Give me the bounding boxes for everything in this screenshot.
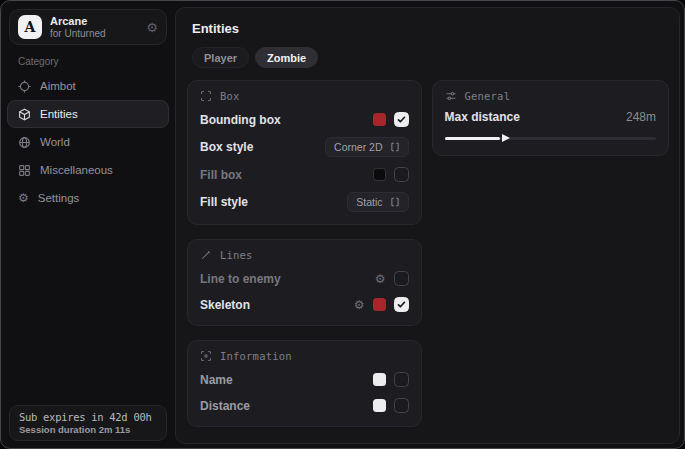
setting-row-max-distance: Max distance 248m: [445, 110, 656, 124]
row-controls: [373, 372, 409, 387]
checkbox-skeleton[interactable]: [394, 297, 409, 312]
row-controls: ⚙: [354, 297, 409, 312]
left-column: Box Bounding box Box style: [187, 80, 422, 427]
slider-fill: [445, 137, 500, 140]
information-card: Information Name Distance: [187, 340, 422, 427]
setting-row-line-to-enemy: Line to enemy ⚙: [200, 270, 409, 287]
brackets-icon: [390, 197, 400, 207]
check-icon: [397, 300, 406, 309]
brackets-icon: [390, 142, 400, 152]
setting-label: Distance: [200, 399, 250, 413]
sidebar-nav: Aimbot Entities World: [7, 72, 169, 212]
cursor-arrow-icon[interactable]: [502, 134, 510, 142]
box-style-dropdown[interactable]: Corner 2D: [325, 137, 408, 157]
checkbox-fill-box[interactable]: [394, 167, 409, 182]
scan-icon: [200, 350, 212, 362]
sidebar-item-miscellaneous[interactable]: Miscellaneous: [7, 156, 169, 184]
setting-label: Fill style: [200, 195, 248, 209]
sidebar-item-aimbot[interactable]: Aimbot: [7, 72, 169, 100]
sidebar-item-label: Entities: [40, 108, 78, 120]
tab-zombie[interactable]: Zombie: [255, 47, 318, 68]
crosshair-icon: [18, 80, 31, 93]
card-header: Lines: [200, 249, 409, 261]
sidebar-item-entities[interactable]: Entities: [7, 100, 169, 128]
card-title: General: [465, 90, 511, 102]
card-header: Information: [200, 350, 409, 362]
dropdown-value: Static: [356, 196, 382, 208]
color-swatch[interactable]: [373, 113, 386, 126]
tab-label: Zombie: [267, 52, 306, 64]
row-controls: ⚙: [375, 271, 409, 286]
brand-card: A Arcane for Unturned ⚙: [9, 9, 167, 45]
checkbox-bounding-box[interactable]: [394, 112, 409, 127]
lines-card: Lines Line to enemy ⚙ Skeleton ⚙: [187, 239, 422, 326]
max-distance-value: 248m: [626, 110, 656, 124]
subscription-status-card: Sub expires in 42d 00h Session duration …: [9, 405, 167, 441]
setting-label: Max distance: [445, 110, 520, 124]
check-icon: [397, 115, 406, 124]
color-swatch[interactable]: [373, 373, 386, 386]
card-title: Lines: [220, 249, 253, 261]
cube-icon: [18, 108, 31, 121]
setting-label: Name: [200, 373, 233, 387]
card-header: Box: [200, 90, 409, 102]
app-subtitle: for Unturned: [50, 28, 138, 40]
setting-label: Skeleton: [200, 298, 250, 312]
sidebar: A Arcane for Unturned ⚙ Category Aimbot: [1, 1, 175, 448]
grid-icon: [18, 164, 31, 177]
setting-row-bounding-box: Bounding box: [200, 111, 409, 128]
app-logo-letter: A: [25, 19, 36, 35]
sidebar-item-world[interactable]: World: [7, 128, 169, 156]
gear-icon[interactable]: ⚙: [146, 21, 158, 34]
color-swatch[interactable]: [373, 399, 386, 412]
color-swatch[interactable]: [373, 298, 386, 311]
sidebar-item-label: Settings: [38, 192, 80, 204]
app-window: A Arcane for Unturned ⚙ Category Aimbot: [0, 0, 685, 449]
card-title: Box: [220, 90, 240, 102]
max-distance-slider[interactable]: [445, 133, 656, 143]
color-swatch[interactable]: [373, 168, 386, 181]
checkbox-name[interactable]: [394, 372, 409, 387]
row-controls: [373, 112, 409, 127]
app-logo: A: [18, 15, 42, 39]
checkbox-line-to-enemy[interactable]: [394, 271, 409, 286]
card-header: General: [445, 90, 656, 102]
tab-player[interactable]: Player: [192, 47, 249, 68]
setting-label: Bounding box: [200, 113, 281, 127]
sidebar-item-label: World: [40, 136, 70, 148]
setting-label: Box style: [200, 140, 253, 154]
box-card: Box Bounding box Box style: [187, 80, 422, 225]
sidebar-item-settings[interactable]: ⚙ Settings: [7, 184, 169, 212]
app-title: Arcane: [50, 15, 138, 28]
gear-icon[interactable]: ⚙: [375, 273, 386, 285]
setting-row-skeleton: Skeleton ⚙: [200, 296, 409, 313]
setting-row-distance: Distance: [200, 397, 409, 414]
tab-label: Player: [204, 52, 237, 64]
sidebar-item-label: Miscellaneous: [40, 164, 113, 176]
right-column: General Max distance 248m: [432, 80, 669, 156]
page-title: Entities: [192, 21, 239, 36]
sub-expiry-text: Sub expires in 42d 00h: [19, 411, 157, 423]
checkbox-distance[interactable]: [394, 398, 409, 413]
gear-icon[interactable]: ⚙: [354, 299, 365, 311]
category-label: Category: [18, 56, 59, 67]
slider-track[interactable]: [445, 137, 656, 140]
entity-tabs: Player Zombie: [192, 47, 318, 68]
brand-text: Arcane for Unturned: [50, 15, 138, 39]
settings-columns: Box Bounding box Box style: [187, 80, 669, 427]
row-controls: [373, 167, 409, 182]
sidebar-item-label: Aimbot: [40, 80, 76, 92]
line-icon: [200, 249, 212, 261]
row-controls: [373, 398, 409, 413]
setting-row-name: Name: [200, 371, 409, 388]
box-select-icon: [200, 90, 212, 102]
setting-row-fill-style: Fill style Static: [200, 192, 409, 212]
gear-icon: ⚙: [18, 192, 29, 204]
setting-row-fill-box: Fill box: [200, 166, 409, 183]
globe-icon: [18, 136, 31, 149]
fill-style-dropdown[interactable]: Static: [347, 192, 408, 212]
session-duration-text: Session duration 2m 11s: [19, 424, 157, 435]
sliders-icon: [445, 90, 457, 102]
main-panel: Entities Player Zombie: [175, 7, 680, 444]
setting-label: Fill box: [200, 168, 242, 182]
